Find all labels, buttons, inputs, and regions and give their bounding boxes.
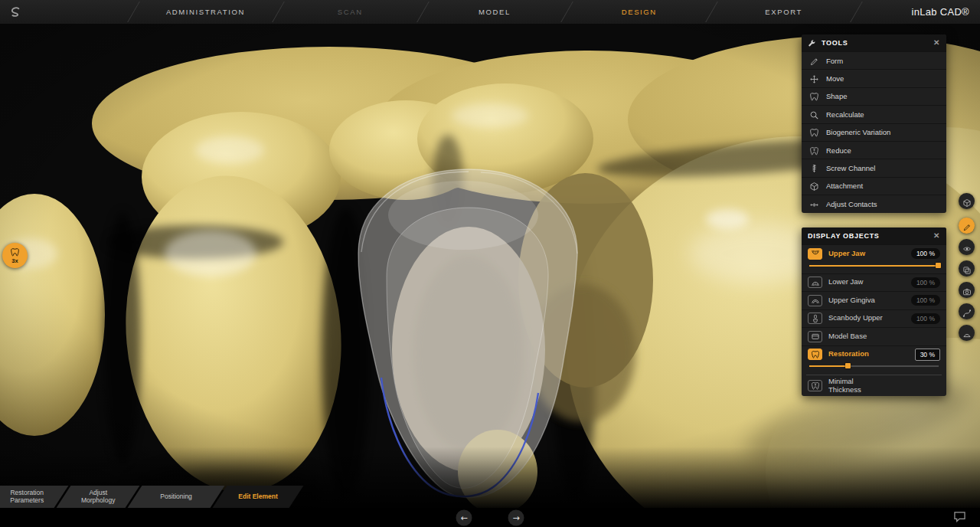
app-title: inLab CAD®	[856, 0, 980, 24]
display-objects-title: DISPLAY OBJECTS	[808, 232, 880, 240]
previous-step-button[interactable]: ←	[456, 509, 472, 525]
3d-viewport[interactable]: 3x TOOLS ✕ Form Move Shape R	[0, 24, 980, 508]
move-arrows-icon	[809, 74, 819, 83]
display-object-upper-jaw[interactable]: Upper Jaw 100 %	[802, 244, 946, 263]
bottom-bar: ← →	[0, 508, 980, 527]
display-object-minimal-thickness[interactable]: Minimal Thickness	[802, 376, 946, 396]
lower-jaw-opacity-value: 100 %	[911, 277, 940, 288]
restoration-tooth-icon	[808, 349, 822, 360]
display-objects-button[interactable]	[959, 239, 975, 255]
tool-item-form[interactable]: Form	[802, 51, 946, 69]
upper-jaw-icon	[808, 248, 822, 260]
edit-pencil-icon	[962, 221, 972, 231]
display-object-lower-jaw[interactable]: Lower Jaw 100 %	[802, 273, 946, 292]
restoration-opacity-slider[interactable]	[802, 363, 946, 374]
upper-jaw-opacity-slider[interactable]	[802, 263, 946, 273]
panel-separator	[806, 375, 942, 375]
scanbody-icon	[808, 313, 822, 324]
form-pencil-icon	[809, 56, 819, 66]
cap-icon	[962, 329, 972, 338]
chat-bubble-icon	[953, 511, 966, 522]
tools-panel-header: TOOLS ✕	[802, 34, 946, 51]
tool-item-adjust-contacts[interactable]: Adjust Contacts	[802, 195, 946, 212]
side-toolbar	[959, 193, 975, 341]
design-step-tabs: Restoration Parameters Adjust Morphology…	[0, 486, 296, 508]
screw-icon	[809, 163, 819, 173]
zoom-multiplier-badge[interactable]: 3x	[2, 243, 28, 268]
tool-item-shape[interactable]: Shape	[802, 87, 946, 105]
nav-administration[interactable]: ADMINISTRATION	[133, 0, 278, 24]
nav-model[interactable]: MODEL	[423, 0, 567, 24]
eye-icon	[962, 243, 972, 252]
lower-jaw-icon	[808, 277, 822, 288]
top-nav-bar: ADMINISTRATION SCAN MODEL DESIGN EXPORT …	[0, 0, 980, 24]
wrench-icon	[808, 39, 816, 47]
tools-panel-close-icon[interactable]: ✕	[933, 39, 940, 47]
dentsply-sirona-logo-icon	[9, 6, 21, 18]
nav-design[interactable]: DESIGN	[567, 0, 711, 24]
display-objects-close-icon[interactable]: ✕	[933, 232, 940, 240]
step-adjust-morphology[interactable]: Adjust Morphology	[57, 486, 140, 508]
step-pager: ← →	[456, 509, 524, 525]
tools-panel: TOOLS ✕ Form Move Shape Recalculate B	[802, 34, 946, 213]
display-object-upper-gingiva[interactable]: Upper Gingiva 100 %	[802, 291, 946, 309]
camera-icon	[962, 286, 972, 295]
recalculate-magnifier-icon	[809, 110, 819, 119]
tools-panel-title: TOOLS	[822, 39, 848, 47]
tool-item-attachment[interactable]: Attachment	[802, 177, 946, 195]
layers-icon	[962, 264, 972, 273]
edit-tools-button[interactable]	[959, 218, 975, 234]
tool-item-move[interactable]: Move	[802, 69, 946, 87]
minimal-thickness-icon	[808, 380, 822, 391]
tool-item-reduce[interactable]: Reduce	[802, 141, 946, 159]
upper-jaw-opacity-value: 100 %	[911, 248, 940, 259]
display-object-scanbody-upper[interactable]: Scanbody Upper 100 %	[802, 309, 946, 328]
display-object-model-base[interactable]: Model Base	[802, 327, 946, 345]
view-cube-button[interactable]	[959, 193, 975, 209]
spline-icon	[962, 307, 972, 316]
scanbody-upper-opacity-value: 100 %	[911, 313, 940, 324]
camera-button[interactable]	[959, 282, 975, 298]
upper-gingiva-opacity-value: 100 %	[911, 295, 940, 306]
tool-item-biogeneric-variation[interactable]: Biogeneric Variation	[802, 123, 946, 141]
restoration-opacity-input[interactable]: 30 %	[915, 349, 940, 361]
reduce-tooth-icon	[809, 146, 819, 155]
model-base-icon	[808, 331, 822, 342]
view-cube-icon	[962, 197, 972, 206]
step-edit-element[interactable]: Edit Element	[213, 486, 304, 508]
display-objects-panel: DISPLAY OBJECTS ✕ Upper Jaw 100 % Lower …	[802, 227, 946, 396]
phase-nav: ADMINISTRATION SCAN MODEL DESIGN EXPORT	[133, 0, 856, 24]
inlab-cad-app: ADMINISTRATION SCAN MODEL DESIGN EXPORT …	[0, 0, 980, 527]
nav-scan: SCAN	[278, 0, 423, 24]
spline-button[interactable]	[959, 303, 975, 319]
tooth-icon	[10, 247, 20, 257]
gingiva-icon	[808, 295, 822, 306]
display-objects-header: DISPLAY OBJECTS ✕	[802, 227, 946, 244]
nav-export[interactable]: EXPORT	[711, 0, 856, 24]
zoom-multiplier-label: 3x	[11, 258, 18, 264]
step-positioning[interactable]: Positioning	[128, 486, 225, 508]
tool-item-recalculate[interactable]: Recalculate	[802, 105, 946, 123]
tool-item-screw-channel[interactable]: Screw Channel	[802, 159, 946, 176]
contacts-arrows-icon	[809, 199, 819, 209]
layers-button[interactable]	[959, 260, 975, 277]
biogeneric-tooth-icon	[809, 127, 819, 137]
feedback-chat-button[interactable]	[953, 511, 966, 525]
next-step-button[interactable]: →	[508, 509, 524, 525]
attachment-icon	[809, 181, 819, 191]
shape-tooth-icon	[809, 91, 819, 101]
cap-button[interactable]	[959, 325, 975, 341]
display-object-restoration[interactable]: Restoration 30 %	[802, 345, 946, 364]
